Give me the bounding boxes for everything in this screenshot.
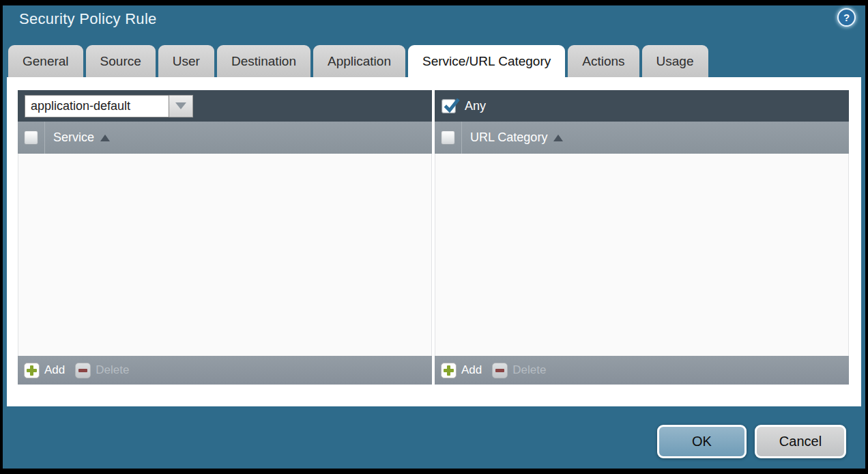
service-delete-button[interactable]: Delete — [75, 363, 129, 378]
url-category-list-body — [435, 154, 849, 356]
tab-actions[interactable]: Actions — [568, 45, 639, 77]
ok-button[interactable]: OK — [657, 425, 747, 458]
url-category-column-header[interactable]: URL Category — [435, 122, 849, 154]
service-select-all-checkbox[interactable] — [24, 130, 38, 145]
sort-ascending-icon — [553, 135, 563, 141]
url-category-select-all-checkbox[interactable] — [441, 130, 455, 145]
tab-bar: General Source User Destination Applicat… — [8, 45, 708, 77]
delete-label: Delete — [512, 363, 546, 377]
service-panel-header — [18, 90, 432, 122]
tab-general[interactable]: General — [8, 45, 83, 77]
service-add-button[interactable]: Add — [24, 363, 65, 378]
tab-destination[interactable]: Destination — [217, 45, 310, 77]
help-icon[interactable]: ? — [837, 8, 856, 27]
add-label: Add — [461, 363, 482, 377]
service-combo — [25, 95, 193, 117]
service-panel-footer: Add Delete — [18, 356, 432, 385]
cancel-button[interactable]: Cancel — [755, 425, 846, 458]
sort-ascending-icon — [100, 135, 110, 141]
tab-source[interactable]: Source — [86, 45, 156, 77]
delete-label: Delete — [96, 363, 129, 377]
service-dropdown-button[interactable] — [169, 95, 193, 117]
minus-icon — [492, 363, 508, 378]
dialog-content: Service Add Delete — [7, 77, 861, 406]
security-policy-rule-dialog: Security Policy Rule ? General Source Us… — [0, 0, 868, 474]
add-label: Add — [44, 363, 65, 377]
url-category-add-button[interactable]: Add — [441, 363, 482, 378]
minus-icon — [75, 363, 91, 378]
service-column-header[interactable]: Service — [18, 122, 432, 154]
url-category-panel-header: Any — [435, 90, 849, 122]
url-category-panel-footer: Add Delete — [435, 356, 849, 385]
plus-icon — [24, 363, 40, 378]
dialog-title: Security Policy Rule — [19, 10, 157, 28]
checkmark-icon — [442, 97, 460, 115]
service-dropdown-input[interactable] — [25, 95, 169, 117]
tab-application[interactable]: Application — [313, 45, 405, 77]
tab-user[interactable]: User — [158, 45, 214, 77]
service-panel: Service Add Delete — [18, 90, 432, 385]
chevron-down-icon — [175, 102, 186, 109]
service-list-body — [18, 154, 432, 356]
any-label: Any — [465, 99, 486, 113]
question-mark-glyph: ? — [843, 12, 850, 23]
tab-usage[interactable]: Usage — [642, 45, 708, 77]
url-category-delete-button[interactable]: Delete — [492, 363, 546, 378]
plus-icon — [441, 363, 457, 378]
any-checkbox[interactable] — [442, 99, 456, 113]
column-separator — [461, 122, 462, 154]
url-category-panel: Any URL Category Add Delete — [435, 90, 849, 385]
service-column-label: Service — [53, 130, 94, 145]
tab-service-url-category[interactable]: Service/URL Category — [408, 45, 565, 77]
column-separator — [44, 122, 45, 154]
url-category-column-label: URL Category — [470, 130, 547, 145]
